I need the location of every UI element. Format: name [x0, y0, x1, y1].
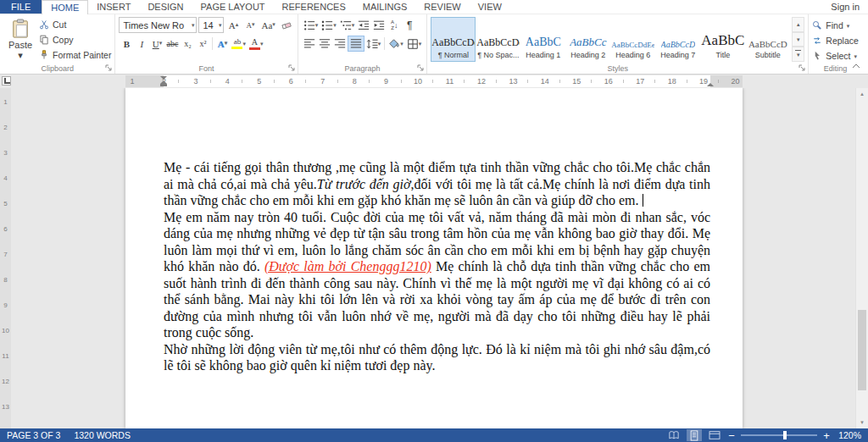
paste-button[interactable]: Paste ▾	[3, 17, 37, 63]
cut-button[interactable]: Cut	[39, 17, 111, 31]
text-effects-button[interactable]: A▾	[214, 36, 230, 52]
sort-button[interactable]: AZ ↓	[387, 17, 402, 33]
font-color-caret: ▾	[260, 41, 264, 47]
sign-in[interactable]: Sign in	[831, 0, 860, 14]
tab-home[interactable]: HOME	[42, 0, 88, 14]
decrease-indent-button[interactable]	[356, 17, 371, 33]
styles-scroll-down-button[interactable]: ▾	[792, 32, 804, 47]
align-left-button[interactable]	[302, 36, 317, 52]
borders-button[interactable]: ▾	[405, 36, 424, 52]
multilevel-list-button[interactable]: ▾	[338, 17, 357, 33]
zoom-slider[interactable]	[741, 434, 817, 436]
increase-indent-button[interactable]	[371, 17, 387, 33]
styles-more-icon: ▾	[797, 52, 800, 58]
strikethrough-button[interactable]: abc	[164, 36, 180, 52]
zoom-out-button[interactable]: −	[727, 430, 736, 441]
tab-insert[interactable]: INSERT	[88, 0, 139, 14]
vertical-ruler: 12345678910111213	[0, 88, 11, 428]
style-item-subtitle[interactable]: AaBbCcDSubtitle	[745, 17, 790, 62]
ruler-number: 5	[257, 75, 261, 87]
style-item-normal[interactable]: AaBbCcDc¶ Normal	[431, 17, 476, 62]
ruler-number: 4	[0, 174, 11, 182]
tab-design[interactable]: DESIGN	[139, 0, 192, 14]
sort-arrow: ↓	[394, 21, 398, 30]
tab-strip: FILEHOMEINSERTDESIGNPAGE LAYOUTREFERENCE…	[0, 0, 510, 14]
highlight-color-bar	[231, 47, 242, 49]
copy-button[interactable]: Copy	[39, 32, 111, 47]
first-line-indent-marker[interactable]	[160, 76, 167, 80]
justify-button[interactable]	[348, 36, 364, 52]
style-item-heading-1[interactable]: AaBbCHeading 1	[520, 17, 565, 62]
style-preview: AaBbCcDdEe	[611, 41, 654, 49]
change-case-button[interactable]: Aa▾	[259, 17, 276, 33]
align-right-button[interactable]	[332, 36, 348, 52]
grow-font-letter: A	[229, 20, 236, 30]
style-label: ¶ Normal	[438, 51, 469, 59]
superscript-button[interactable]: x²	[195, 36, 210, 52]
clear-formatting-button[interactable]	[279, 17, 294, 33]
ruler-number: 8	[353, 75, 357, 87]
paragraph-dialog-launcher[interactable]	[417, 64, 425, 72]
scroll-up-arrow[interactable]: ▴	[856, 88, 868, 100]
style-item-no-spac[interactable]: AaBbCcDc¶ No Spac...	[476, 17, 520, 62]
tab-review[interactable]: REVIEW	[415, 0, 469, 14]
subscript-button[interactable]: x₂	[180, 36, 195, 52]
style-preview: AaBbCcDc	[476, 36, 520, 49]
underline-button[interactable]: U▾	[149, 36, 164, 52]
font-color-button[interactable]: A ▾	[248, 36, 265, 52]
style-item-heading-2[interactable]: AaBbCcHeading 2	[565, 17, 610, 62]
collapse-ribbon-button[interactable]	[849, 61, 863, 71]
style-item-title[interactable]: AaBbCTitle	[700, 17, 745, 62]
text-highlight-button[interactable]: ab ▾	[230, 36, 248, 52]
line-spacing-button[interactable]: ▾	[364, 36, 383, 52]
numbering-button[interactable]: ▾	[320, 17, 338, 33]
tab-file[interactable]: FILE	[0, 0, 42, 14]
grow-font-button[interactable]: A▴	[225, 17, 241, 33]
styles-scroll-up-button[interactable]: ▴	[792, 17, 804, 32]
font-dialog-launcher[interactable]	[288, 64, 296, 72]
shrink-font-button[interactable]: A▾	[242, 17, 258, 33]
italic-button[interactable]: I	[134, 36, 149, 52]
dialog-launcher-icon	[288, 64, 296, 72]
shading-button[interactable]: ▾	[387, 36, 405, 52]
find-button[interactable]: Find ▾	[812, 19, 859, 32]
tab-stop-selector[interactable]	[2, 76, 11, 86]
print-layout-button[interactable]	[687, 429, 702, 441]
right-indent-marker[interactable]	[707, 83, 714, 86]
tab-view[interactable]: VIEW	[470, 0, 510, 14]
tab-mailings[interactable]: MAILINGS	[354, 0, 416, 14]
font-separator	[212, 37, 213, 50]
font-name-combo[interactable]: Times New Ro ▾	[119, 17, 197, 33]
styles-more-button[interactable]: ▾	[792, 47, 804, 62]
eraser-icon	[281, 20, 292, 30]
clipboard-dialog-launcher[interactable]	[105, 64, 113, 72]
styles-dialog-launcher[interactable]	[798, 64, 806, 72]
scrollbar-thumb[interactable]	[858, 310, 866, 390]
align-center-button[interactable]	[317, 36, 332, 52]
style-item-heading-7[interactable]: AaBbCcDHeading 7	[655, 17, 700, 62]
left-indent-marker[interactable]	[160, 84, 167, 86]
highlight-caret: ▾	[242, 41, 246, 47]
numbering-icon	[321, 19, 333, 31]
show-formatting-marks-button[interactable]: ¶	[402, 17, 417, 33]
page-indicator[interactable]: PAGE 3 OF 3	[7, 430, 60, 440]
bullets-button[interactable]: ▾	[302, 17, 320, 33]
format-painter-button[interactable]: Format Painter	[39, 47, 111, 62]
zoom-slider-thumb[interactable]	[783, 431, 787, 439]
bold-button[interactable]: B	[119, 36, 134, 52]
style-item-heading-6[interactable]: AaBbCcDdEeHeading 6	[610, 17, 655, 62]
document-page[interactable]: Mẹ - cái tiếng gọi thân thương ,mẹ cũng …	[125, 88, 743, 428]
zoom-level[interactable]: 120%	[836, 430, 861, 440]
word-count[interactable]: 1320 WORDS	[74, 430, 131, 440]
read-mode-button[interactable]	[666, 429, 682, 441]
replace-button[interactable]: Replace	[812, 34, 859, 47]
zoom-in-button[interactable]: +	[822, 430, 831, 441]
tab-page-layout[interactable]: PAGE LAYOUT	[192, 0, 274, 14]
font-size-combo[interactable]: 14 ▾	[198, 17, 224, 33]
document-text[interactable]: Mẹ - cái tiếng gọi thân thương ,mẹ cũng …	[164, 159, 710, 374]
tab-references[interactable]: REFERENCES	[274, 0, 354, 14]
scissors-icon	[39, 19, 49, 30]
scroll-down-arrow[interactable]: ▾	[856, 417, 868, 428]
vertical-scrollbar[interactable]: ▴ ▾	[855, 88, 868, 428]
web-layout-button[interactable]	[707, 429, 722, 441]
